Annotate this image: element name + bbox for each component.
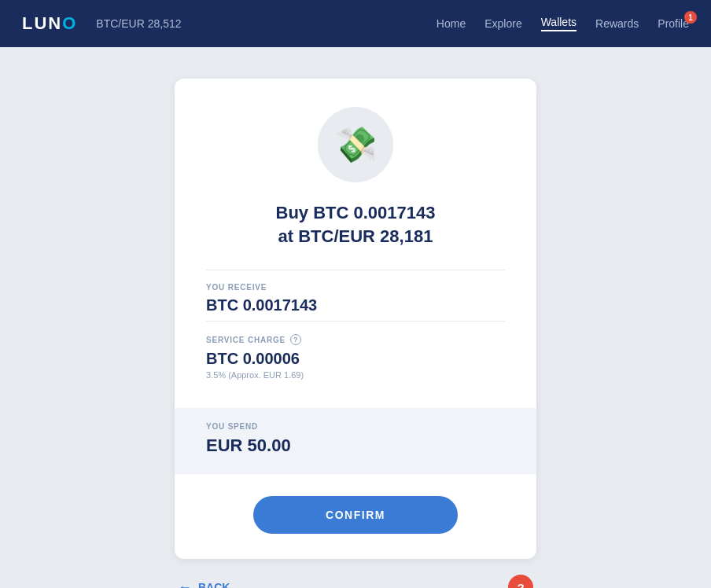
- you-spend-value: EUR 50.00: [206, 435, 505, 456]
- you-spend-section: YOU SPEND EUR 50.00: [175, 408, 536, 473]
- profile-badge: 1: [684, 11, 697, 24]
- service-charge-label: SERVICE CHARGE ?: [206, 334, 505, 345]
- logo: LUNO: [22, 13, 77, 34]
- card-action: CONFIRM: [175, 473, 536, 559]
- you-spend-label: YOU SPEND: [206, 422, 505, 431]
- card-title-line1: Buy BTC 0.0017143: [276, 201, 436, 225]
- you-receive-section: YOU RECEIVE BTC 0.0017143: [206, 270, 505, 321]
- nav-profile[interactable]: Profile 1: [658, 17, 689, 30]
- back-button[interactable]: ← BACK: [178, 579, 230, 588]
- card-title-line2: at BTC/EUR 28,181: [276, 225, 436, 248]
- you-receive-value: BTC 0.0017143: [206, 296, 505, 314]
- nav-rewards[interactable]: Rewards: [595, 17, 639, 30]
- confirm-button[interactable]: CONFIRM: [253, 496, 458, 534]
- back-arrow-icon: ←: [178, 579, 192, 588]
- bottom-nav: ← BACK ?: [175, 575, 536, 588]
- nav-wallets[interactable]: Wallets: [541, 16, 577, 31]
- service-charge-help-icon[interactable]: ?: [290, 334, 301, 345]
- confirmation-card: 💸 Buy BTC 0.0017143 at BTC/EUR 28,181 YO…: [175, 79, 536, 559]
- page-content: 💸 Buy BTC 0.0017143 at BTC/EUR 28,181 YO…: [0, 47, 711, 588]
- service-charge-section: SERVICE CHARGE ? BTC 0.00006 3.5% (Appro…: [206, 321, 505, 386]
- ticker: BTC/EUR 28,512: [96, 17, 181, 30]
- logo-o: O: [62, 13, 77, 33]
- logo-text: LUN: [22, 13, 62, 33]
- navbar-right: Home Explore Wallets Rewards Profile 1: [437, 16, 689, 31]
- service-charge-sub: 3.5% (Approx. EUR 1.69): [206, 370, 505, 380]
- navbar: LUNO BTC/EUR 28,512 Home Explore Wallets…: [0, 0, 711, 47]
- card-upper: 💸 Buy BTC 0.0017143 at BTC/EUR 28,181 YO…: [175, 79, 536, 408]
- nav-explore[interactable]: Explore: [484, 17, 521, 30]
- nav-home[interactable]: Home: [437, 17, 466, 30]
- card-title: Buy BTC 0.0017143 at BTC/EUR 28,181: [276, 201, 436, 248]
- service-charge-value: BTC 0.00006: [206, 350, 505, 368]
- illustration: 💸: [318, 107, 393, 182]
- navbar-left: LUNO BTC/EUR 28,512: [22, 13, 182, 34]
- you-receive-label: YOU RECEIVE: [206, 283, 505, 292]
- illustration-emoji: 💸: [334, 124, 378, 165]
- help-button[interactable]: ?: [508, 575, 533, 588]
- back-label: BACK: [198, 581, 230, 588]
